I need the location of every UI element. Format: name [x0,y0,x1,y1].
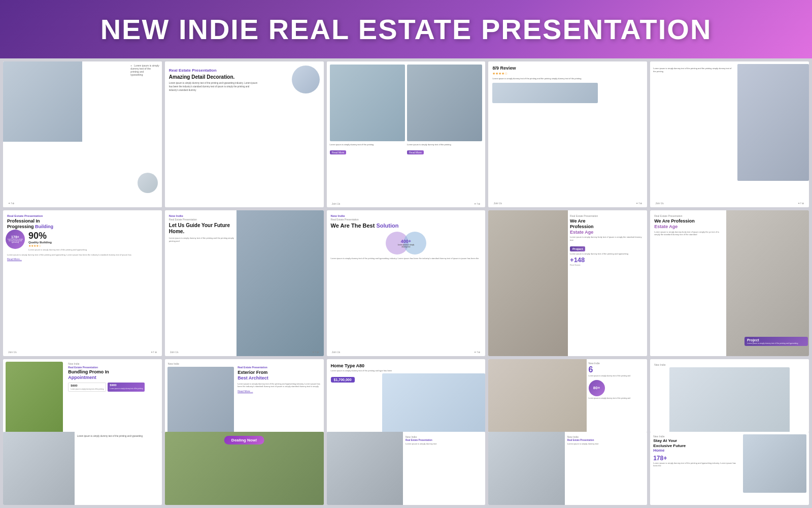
arch-body: Lorem ipsum is simply dummy text of the … [238,383,320,388]
slide-professional-partial: Real Estate Presentation We Are Professi… [650,210,809,356]
image-desk [3,61,82,142]
review-image [492,83,598,103]
bottom-card-dealing: Dealing Now! [165,432,324,505]
venn-body: Lorem ipsum is simply dummy text [396,244,416,248]
tag-new-indie-5: New Indie [653,435,737,438]
tag-new-indie: New Indie [68,362,158,365]
body-3: Lorem ipsum is simply dummy text [405,442,483,445]
slide-professional-building: Real Estate Presentation Professional In… [3,210,162,356]
pro-accent-2: Estate Age [654,224,678,229]
review-body: Lorem ipsum is simply dummy text of the … [492,77,643,80]
slide-footer: ✦ f ⊕ [8,202,157,205]
bottom-card-keys: New Indie Real Estate Presentation Lorem… [327,432,486,505]
price-1-body: Lorem ipsum is simply dummy text of the … [71,388,104,390]
quality-stars: ★★★★☆ [28,244,158,247]
slide-body: Lorem ipsum is simply dummy text of the … [653,67,732,73]
tag-new-indie: New Indie [169,214,237,217]
slide-footer: Join Us ✦ f ⊕ [493,202,642,205]
slide-footer: Join Us ✦ f ⊕ [170,351,319,354]
sub-tag-4: Real Estate Presentation [567,439,645,441]
sub-tag-3: Real Estate Presentation [405,439,483,441]
venn-number: 400+ [396,239,416,244]
stat-148: +148 [570,256,643,264]
project-mini-body: Lorem ipsum is simply dummy text of the … [747,342,805,344]
tag-new-indie: New Indie [168,362,321,365]
tag-new-indie: New Indie [589,362,646,365]
person-laptop-image [488,432,564,505]
image-right [407,65,482,141]
slide-footer: Join Us ✦ f ⊕ [332,202,481,205]
price-2: $900Lorem ipsum is simply dummy text of … [108,383,145,392]
tag-new-indie: New Indie [331,214,482,217]
slide-two-images: Lorem ipsum is simply dummy text of the … [327,61,486,207]
person-keys-image [327,432,403,505]
slide-tag: Real Estate Presentation [7,214,158,217]
sub-tag: Real Estate Presentation [570,214,643,217]
hero-body: Lorem ipsum is simply dummy text of the … [169,237,237,242]
people-image [488,210,567,356]
hero-building-image [236,210,324,356]
btn-read-more-2[interactable]: Read More [407,150,424,154]
read-more-link[interactable]: Read More... [7,258,158,261]
slide-let-us-guide: New Indie Real Estate Presentation Let U… [165,210,324,356]
slide-title: Amazing Detail Decoration. [169,74,252,80]
bottom-card-stay: New Indie Stay At YourExclusive FutureHo… [650,432,809,505]
tag-real-estate: Real Estate Presentation [169,218,237,221]
star-rating: ★★★★☆ [492,72,643,76]
slide-body: Lorem ipsum is simply dummy text of the … [7,253,158,257]
body-4: Lorem ipsum is simply dummy text [567,442,645,445]
slide-footer: Join Us ✦ f ⊕ [655,202,804,205]
solution-accent: Solution [376,223,398,229]
stat-circle: 178+ Lorem ipsum is simply dummy printin… [6,230,25,249]
people-image-2 [726,210,809,356]
home-title: Home Type A80 [331,363,482,368]
slide-best-solution: New Indie Real Estate Presentation We Ar… [327,210,486,356]
pro-accent: Estate Age [570,230,593,235]
price-2-body: Lorem ipsum is simply dummy text of the … [110,388,143,390]
home-body: Lorem ipsum is simply dummy text of the … [331,369,399,372]
arch-accent: Best Architect [238,375,268,380]
stat-80: 80+ [593,386,600,390]
right-image [737,64,809,181]
stay-body: Lorem ipsum is simply dummy text of the … [653,462,737,467]
dealing-now-badge: Dealing Now! [224,436,264,444]
hero-title: Let Us Guide Your Future Home. [169,223,237,235]
image-circle [292,66,320,93]
sub-tag: Real Estate Presentation [654,214,724,217]
btn-read-more-1[interactable]: Read More [330,150,347,154]
slide-title: Professional InProgressing Building [7,218,158,230]
review-title: 8/9 Review [492,66,643,71]
promo-accent: Appointment [68,375,96,380]
project-body: Lorem ipsum is simply dummy text of the … [570,252,643,255]
project-label: Project [747,338,805,342]
price-1: $600Lorem ipsum is simply dummy text of … [68,383,106,392]
solution-body: Lorem ipsum is simply dummy text of the … [331,257,482,260]
person-helmet-image [3,432,75,505]
read-more-link[interactable]: Read More ... [238,390,320,393]
venn-diagram: 400+ Lorem ipsum is simply dummy text [386,232,426,255]
slide-text-right-image: Lorem ipsum is simply dummy text of the … [650,61,809,207]
solution-title: We Are The Best Solution [331,223,482,229]
slide-body: Lorem ipsum is simply dummy text of the … [169,82,259,92]
title-accent: Building [35,224,53,229]
pro-title-2: We Are ProfessionEstate Age [654,218,724,230]
body-left: Lorem ipsum is simply dummy text of the … [330,143,405,146]
stay-accent: Home [653,448,664,453]
tag-new-indie-3: New Indie [405,435,483,438]
slide-body-text: + Lorem ipsum is simplydummy text of the… [130,64,159,76]
header: NEW INDIE REAL ESTATE PRESENTATION [0,0,812,58]
slide-review: 8/9 Review ★★★★☆ Lorem ipsum is simply d… [488,61,647,207]
promo-title: Bundling Promo InAppointment [68,369,158,380]
arch-title: Exterior FromBest Architect [238,370,320,381]
slide-professional-people: Real Estate Presentation We AreProfessio… [488,210,647,356]
pro-body-2: Lorem ipsum is simply dummy body text of… [654,231,724,236]
tag-real-estate: Real Estate Presentation [331,218,482,221]
stat-body-2: Lorem ipsum is simply dummy text of the … [589,397,646,400]
stay-building-image [743,434,806,493]
bottom-card-1: Lorem ipsum is simply dummy text of the … [3,432,162,505]
social-icons: ✦ f ⊕ [8,202,14,205]
stat-body: Lorem ipsum is simply dummy text of the … [589,375,646,377]
project-badge: Project [570,246,585,251]
tag-new-indie: New Indie [654,363,805,366]
project-overlay: Project Lorem ipsum is simply dummy text… [745,337,808,346]
